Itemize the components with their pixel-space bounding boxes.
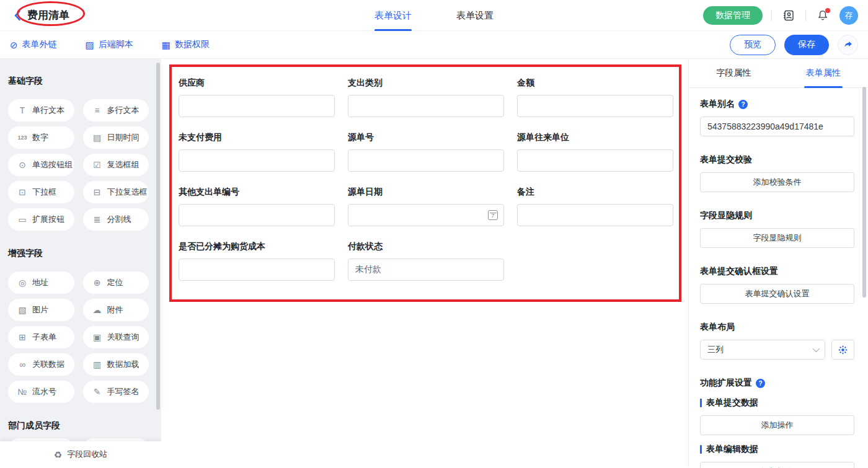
form-field-expense-category[interactable]: 支出类别 (348, 77, 504, 117)
allocated-cost-input[interactable] (179, 258, 335, 281)
app-header: 费用清单 表单设计 表单设置 数据管理 存 (0, 0, 868, 31)
field-type-checkbox-group[interactable]: ☑复选框组 (83, 154, 149, 176)
field-type-linked-query[interactable]: ▣关联查询 (83, 326, 149, 348)
form-field-unpaid-expense[interactable]: 未支付费用 (179, 132, 335, 172)
field-type-number[interactable]: 123数字 (8, 126, 74, 149)
source-counterparty-input[interactable] (517, 149, 673, 172)
edit-data-label: 表单编辑数据 (700, 444, 854, 455)
tab-form-properties[interactable]: 表单属性 (779, 59, 868, 87)
form-field-supplier[interactable]: 供应商 (179, 77, 335, 117)
source-date-input[interactable]: 7 (348, 204, 504, 226)
link-icon: ⊘ (10, 40, 18, 50)
tab-field-properties[interactable]: 字段属性 (689, 59, 779, 87)
other-expense-no-input[interactable] (179, 204, 335, 226)
supplier-input[interactable] (179, 95, 335, 117)
form-design-canvas[interactable]: 供应商 支出类别 金额 未支付费用 源单号 源单往来单位 (161, 59, 688, 467)
sidebar-scrollbar[interactable] (156, 63, 160, 410)
divider-line-icon: ≣ (92, 215, 102, 224)
layout-select[interactable]: 三列 (700, 340, 825, 360)
form-field-source-date[interactable]: 源单日期 7 (348, 187, 504, 226)
form-field-other-expense-no[interactable]: 其他支出单编号 (179, 187, 335, 226)
field-type-linked-data[interactable]: ∞关联数据 (8, 353, 74, 376)
field-type-location[interactable]: ⊕定位 (83, 272, 149, 294)
field-type-image[interactable]: ▧图片 (8, 299, 74, 321)
multi-dropdown-icon: ⊟ (92, 188, 102, 196)
field-type-attachment[interactable]: ☁附件 (83, 299, 149, 321)
data-permission-link[interactable]: ▦ 数据权限 (162, 39, 210, 50)
backend-script-link[interactable]: ▨ 后端脚本 (86, 39, 133, 50)
edit-data-add-action-button[interactable]: 添加操作 (700, 462, 854, 468)
notification-badge (825, 8, 830, 13)
field-type-datetime[interactable]: ▤日期时间 (83, 126, 149, 149)
field-type-data-load[interactable]: ▥数据加载 (83, 353, 149, 376)
subform-icon: ⊞ (17, 333, 27, 342)
field-type-divider-line[interactable]: ≣分割线 (83, 208, 149, 231)
divider (805, 10, 806, 21)
tab-form-design[interactable]: 表单设计 (374, 0, 412, 31)
layout-gear-icon[interactable] (831, 340, 854, 360)
submit-validation-label: 表单提交校验 (700, 154, 854, 166)
unpaid-expense-input[interactable] (179, 149, 335, 172)
field-type-signature[interactable]: ✎手写签名 (83, 381, 149, 403)
contact-book-icon[interactable] (781, 7, 797, 24)
field-type-single-line-text[interactable]: T单行文本 (8, 99, 74, 121)
form-external-link[interactable]: ⊘ 表单外链 (10, 39, 57, 50)
form-field-allocated-cost[interactable]: 是否已分摊为购货成本 (179, 241, 335, 281)
field-visibility-button[interactable]: 字段显隐规则 (700, 228, 854, 248)
cloud-upload-icon: ☁ (92, 306, 102, 314)
section-title-basic-fields: 基础字段 (8, 76, 149, 87)
panel-scrollbar[interactable] (862, 87, 866, 298)
share-icon[interactable] (838, 35, 858, 55)
data-manage-button[interactable]: 数据管理 (703, 6, 763, 25)
form-field-source-order-no[interactable]: 源单号 (348, 132, 504, 172)
section-title-member-fields: 部门成员字段 (8, 420, 149, 431)
form-layout-label: 表单布局 (700, 322, 854, 333)
submit-confirm-button[interactable]: 表单提交确认设置 (700, 284, 854, 304)
form-field-payment-status[interactable]: 付款状态 未付款 (348, 241, 504, 281)
submit-data-add-action-button[interactable]: 添加操作 (700, 415, 854, 435)
avatar[interactable]: 存 (839, 6, 858, 25)
field-type-address[interactable]: ◎地址 (8, 272, 74, 294)
form-alias-input[interactable]: 54375883223990a49d17481e (700, 117, 854, 136)
form-field-remark[interactable]: 备注 (517, 187, 673, 226)
amount-input[interactable] (517, 95, 673, 117)
tab-form-settings[interactable]: 表单设置 (456, 0, 494, 31)
pen-icon: ✎ (92, 387, 102, 396)
property-panel: 字段属性 表单属性 表单别名 ? 54375883223990a49d17481… (688, 59, 868, 467)
chevron-down-icon (813, 345, 820, 352)
payment-status-input[interactable]: 未付款 (348, 258, 504, 281)
field-visibility-label: 字段显隐规则 (700, 210, 854, 221)
field-type-serial-number[interactable]: №流水号 (8, 381, 74, 403)
field-type-multi-dropdown[interactable]: ⊟下拉复选框 (83, 181, 149, 203)
form-toolbar: ⊘ 表单外链 ▨ 后端脚本 ▦ 数据权限 预览 保存 (0, 31, 868, 59)
form-field-source-counterparty[interactable]: 源单往来单位 (517, 132, 673, 172)
source-order-no-input[interactable] (348, 149, 504, 172)
help-icon[interactable]: ? (756, 379, 765, 388)
submit-data-label: 表单提交数据 (700, 397, 854, 408)
field-type-multi-line-text[interactable]: ≡多行文本 (83, 99, 149, 121)
recycle-icon: ♻ (54, 450, 62, 459)
help-icon[interactable]: ? (738, 100, 748, 109)
permission-icon: ▦ (162, 40, 170, 50)
calendar-icon: ▤ (92, 133, 102, 142)
preview-button[interactable]: 预览 (730, 35, 776, 55)
field-type-radio-group[interactable]: ⊙单选按钮组 (8, 154, 74, 176)
submit-confirm-label: 表单提交确认框设置 (700, 266, 854, 277)
linked-data-icon: ∞ (17, 360, 27, 369)
date-picker-icon[interactable]: 7 (488, 210, 498, 220)
field-type-dropdown[interactable]: ⊡下拉框 (8, 181, 74, 203)
dropdown-icon: ⊡ (17, 188, 27, 196)
field-type-subform[interactable]: ⊞子表单 (8, 326, 74, 348)
chart-icon: ▥ (92, 360, 102, 369)
section-title-enhanced-fields: 增强字段 (8, 248, 149, 259)
add-validation-button[interactable]: 添加校验条件 (700, 172, 854, 192)
radio-icon: ⊙ (17, 161, 27, 169)
notification-bell-icon[interactable] (815, 7, 831, 24)
field-recycle-bin[interactable]: ♻ 字段回收站 (0, 441, 161, 467)
expense-category-input[interactable] (348, 95, 504, 117)
button-icon: ▭ (17, 215, 27, 224)
form-field-amount[interactable]: 金额 (517, 77, 673, 117)
field-type-extend-button[interactable]: ▭扩展按钮 (8, 208, 74, 231)
remark-input[interactable] (517, 204, 673, 226)
save-button[interactable]: 保存 (784, 35, 829, 55)
